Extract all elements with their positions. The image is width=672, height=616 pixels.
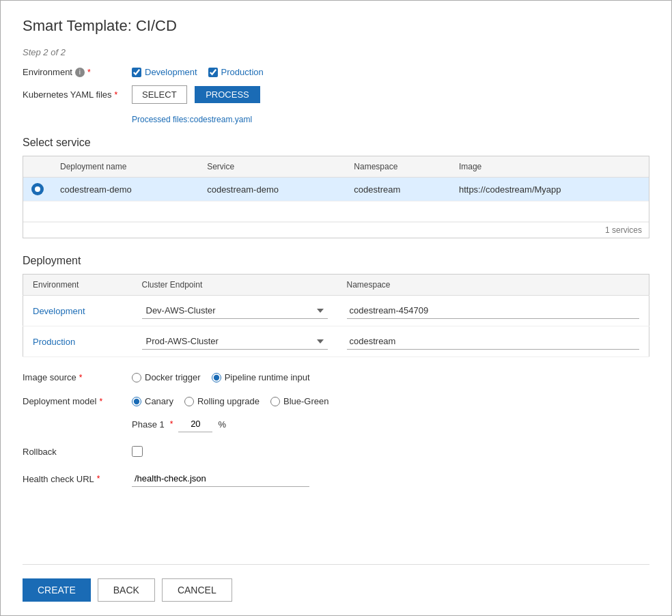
- image-source-pipeline-radio[interactable]: [212, 373, 221, 382]
- model-bluegreen[interactable]: Blue-Green: [270, 396, 328, 406]
- row-image: https://codestream/Myapp: [451, 178, 649, 201]
- health-check-input[interactable]: [132, 471, 309, 487]
- image-source-row: Image source * Docker trigger Pipeline r…: [23, 368, 649, 382]
- table-row-empty: [23, 201, 649, 222]
- image-source-docker-radio[interactable]: [132, 373, 141, 382]
- deployment-model-required: *: [99, 397, 102, 406]
- model-rolling[interactable]: Rolling upgrade: [184, 396, 260, 406]
- deployment-model-options: Canary Rolling upgrade Blue-Green: [132, 396, 328, 406]
- phase-row: Phase 1 * %: [132, 416, 649, 432]
- row-selector: [23, 178, 52, 201]
- environment-info-icon[interactable]: i: [75, 68, 85, 77]
- model-canary-radio[interactable]: [132, 397, 141, 406]
- dep-cluster-dev-select[interactable]: Dev-AWS-Cluster: [142, 303, 328, 319]
- kubernetes-required: *: [115, 90, 118, 100]
- environment-required: *: [87, 68, 91, 77]
- env-production-checkbox[interactable]: Production: [208, 67, 264, 77]
- dep-env-prod: Production: [23, 326, 132, 357]
- health-check-row: Health check URL *: [23, 466, 649, 487]
- dep-env-dev: Development: [23, 296, 132, 326]
- deployment-table: Environment Cluster Endpoint Namespace D…: [23, 274, 649, 357]
- environment-row: Environment i * Development Production: [23, 67, 649, 77]
- select-service-title: Select service: [23, 137, 649, 149]
- dep-col-env: Environment: [23, 275, 132, 296]
- model-bluegreen-radio[interactable]: [270, 397, 280, 406]
- col-deployment-name: Deployment name: [52, 156, 199, 178]
- table-row[interactable]: codestream-demo codestream-demo codestre…: [23, 178, 649, 201]
- env-development-checkbox[interactable]: Development: [132, 67, 197, 77]
- create-button[interactable]: CREATE: [23, 578, 91, 602]
- service-table-wrapper: Deployment name Service Namespace Image …: [23, 156, 649, 238]
- service-table: Deployment name Service Namespace Image …: [23, 156, 649, 222]
- deployment-model-row: Deployment model * Canary Rolling upgrad…: [23, 392, 649, 406]
- phase-required: *: [170, 419, 173, 429]
- row-namespace: codestream: [346, 178, 451, 201]
- service-count: 1 services: [23, 222, 649, 238]
- col-namespace: Namespace: [346, 156, 451, 178]
- dep-col-namespace: Namespace: [337, 275, 649, 296]
- dep-cluster-dev: Dev-AWS-Cluster: [132, 296, 337, 326]
- deployment-model-label: Deployment model *: [23, 396, 132, 406]
- phase-input[interactable]: [178, 416, 212, 432]
- process-button[interactable]: PROCESS: [195, 86, 260, 103]
- select-button[interactable]: SELECT: [132, 85, 187, 104]
- processed-files-text: Processed files:codestream.yaml: [132, 115, 649, 124]
- image-source-docker[interactable]: Docker trigger: [132, 372, 201, 382]
- cancel-button[interactable]: CANCEL: [162, 578, 232, 602]
- deployment-row-dev: Development Dev-AWS-Cluster: [23, 296, 649, 326]
- row-service: codestream-demo: [199, 178, 346, 201]
- back-button[interactable]: BACK: [98, 578, 155, 602]
- dep-cluster-prod: Prod-AWS-Cluster: [132, 326, 337, 357]
- dep-cluster-prod-select[interactable]: Prod-AWS-Cluster: [142, 333, 328, 350]
- rollback-checkbox[interactable]: [132, 446, 143, 457]
- deployment-row-prod: Production Prod-AWS-Cluster: [23, 326, 649, 357]
- deployment-table-header: Environment Cluster Endpoint Namespace: [23, 275, 649, 296]
- deployment-title: Deployment: [23, 255, 649, 267]
- image-source-options: Docker trigger Pipeline runtime input: [132, 372, 310, 382]
- col-service: Service: [199, 156, 346, 178]
- kubernetes-row: Kubernetes YAML files * SELECT PROCESS: [23, 85, 649, 104]
- health-check-label: Health check URL *: [23, 474, 132, 484]
- kubernetes-label: Kubernetes YAML files *: [23, 89, 132, 100]
- phase-label: Phase 1: [132, 419, 165, 430]
- row-selected-icon: [31, 183, 44, 195]
- row-deployment-name: codestream-demo: [52, 178, 199, 201]
- environment-checkboxes: Development Production: [132, 67, 264, 77]
- kubernetes-buttons: SELECT PROCESS: [132, 85, 260, 104]
- rollback-row: Rollback: [23, 442, 649, 457]
- image-source-pipeline[interactable]: Pipeline runtime input: [212, 372, 310, 382]
- dialog-title: Smart Template: CI/CD: [23, 17, 649, 35]
- image-source-required: *: [79, 373, 83, 382]
- image-source-label: Image source *: [23, 372, 132, 382]
- health-check-required: *: [97, 474, 100, 484]
- phase-unit: %: [218, 419, 226, 430]
- step-label: Step 2 of 2: [23, 47, 649, 57]
- dep-ns-prod: [337, 326, 649, 357]
- dialog: Smart Template: CI/CD Step 2 of 2 Enviro…: [0, 0, 672, 616]
- col-deployment: [23, 156, 52, 178]
- footer: CREATE BACK CANCEL: [23, 564, 649, 602]
- dep-col-cluster: Cluster Endpoint: [132, 275, 337, 296]
- dep-ns-dev: [337, 296, 649, 326]
- model-rolling-radio[interactable]: [184, 397, 194, 406]
- env-development-input[interactable]: [132, 68, 141, 77]
- dep-ns-dev-input[interactable]: [347, 303, 640, 319]
- environment-label: Environment i *: [23, 67, 132, 77]
- env-production-input[interactable]: [208, 68, 218, 77]
- rollback-label: Rollback: [23, 447, 132, 457]
- col-image: Image: [451, 156, 649, 178]
- model-canary[interactable]: Canary: [132, 396, 173, 406]
- dep-ns-prod-input[interactable]: [347, 333, 640, 350]
- service-table-header: Deployment name Service Namespace Image: [23, 156, 649, 178]
